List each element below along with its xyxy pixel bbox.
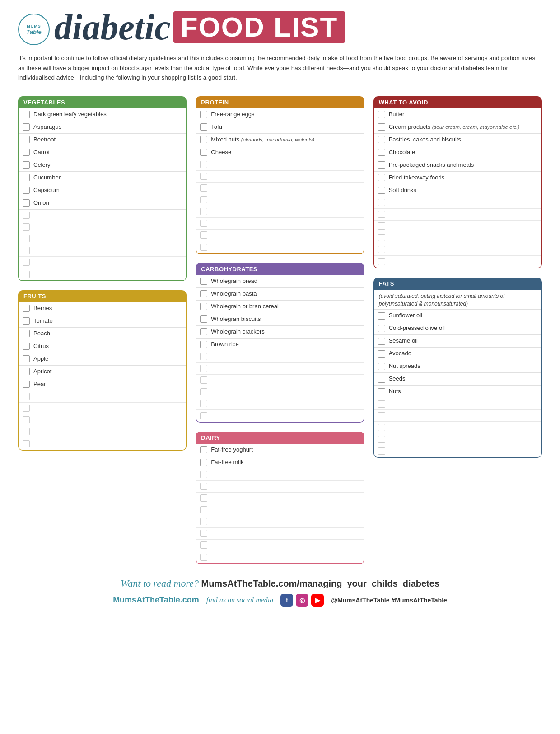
empty-checkbox[interactable] bbox=[378, 436, 385, 443]
empty-checkbox[interactable] bbox=[23, 393, 30, 400]
list-item[interactable]: Soft drinks bbox=[374, 184, 541, 197]
checkbox[interactable] bbox=[200, 341, 207, 348]
instagram-icon[interactable]: ◎ bbox=[296, 594, 308, 607]
empty-checkbox[interactable] bbox=[378, 211, 385, 218]
empty-checkbox[interactable] bbox=[200, 220, 207, 227]
empty-checkbox[interactable] bbox=[378, 234, 385, 241]
empty-checkbox[interactable] bbox=[200, 184, 207, 192]
empty-checkbox[interactable] bbox=[200, 208, 207, 215]
checkbox[interactable] bbox=[378, 161, 385, 169]
checkbox[interactable] bbox=[378, 376, 385, 383]
checkbox[interactable] bbox=[23, 199, 30, 207]
list-item[interactable]: Seeds bbox=[374, 373, 541, 386]
checkbox[interactable] bbox=[200, 149, 207, 156]
list-item[interactable]: Cream products (sour cream, cream, mayon… bbox=[374, 121, 541, 134]
checkbox[interactable] bbox=[23, 381, 30, 388]
list-item[interactable]: Tomato bbox=[19, 315, 186, 328]
checkbox[interactable] bbox=[23, 136, 30, 143]
checkbox[interactable] bbox=[200, 278, 207, 285]
checkbox[interactable] bbox=[378, 111, 385, 118]
empty-checkbox[interactable] bbox=[378, 258, 385, 265]
list-item[interactable]: Wholegrain or bran cereal bbox=[196, 301, 363, 313]
checkbox[interactable] bbox=[200, 459, 207, 466]
list-item[interactable]: Celery bbox=[19, 159, 186, 172]
list-item[interactable]: Asparagus bbox=[19, 121, 186, 134]
empty-checkbox[interactable] bbox=[23, 440, 30, 447]
empty-checkbox[interactable] bbox=[378, 246, 385, 253]
empty-checkbox[interactable] bbox=[200, 554, 207, 561]
list-item[interactable]: Peach bbox=[19, 328, 186, 340]
list-item[interactable]: Nuts bbox=[374, 386, 541, 398]
empty-checkbox[interactable] bbox=[378, 424, 385, 431]
list-item[interactable]: Cheese bbox=[196, 146, 363, 159]
list-item[interactable]: Fat-free milk bbox=[196, 456, 363, 469]
empty-checkbox[interactable] bbox=[200, 365, 207, 372]
list-item[interactable]: Cold-pressed olive oil bbox=[374, 322, 541, 335]
list-item[interactable]: Tofu bbox=[196, 121, 363, 134]
checkbox[interactable] bbox=[378, 136, 385, 143]
checkbox[interactable] bbox=[378, 123, 385, 131]
list-item[interactable]: Fat-free yoghurt bbox=[196, 444, 363, 456]
list-item[interactable]: Cucumber bbox=[19, 172, 186, 184]
empty-checkbox[interactable] bbox=[200, 506, 207, 513]
checkbox[interactable] bbox=[200, 315, 207, 323]
checkbox[interactable] bbox=[378, 388, 385, 395]
empty-checkbox[interactable] bbox=[23, 259, 30, 266]
checkbox[interactable] bbox=[23, 317, 30, 325]
checkbox[interactable] bbox=[378, 312, 385, 320]
empty-checkbox[interactable] bbox=[378, 412, 385, 419]
list-item[interactable]: Citrus bbox=[19, 340, 186, 353]
checkbox[interactable] bbox=[23, 343, 30, 350]
empty-checkbox[interactable] bbox=[378, 400, 385, 408]
list-item[interactable]: Wholegran biscuits bbox=[196, 313, 363, 326]
empty-checkbox[interactable] bbox=[200, 494, 207, 502]
checkbox[interactable] bbox=[378, 174, 385, 181]
empty-checkbox[interactable] bbox=[200, 471, 207, 478]
checkbox[interactable] bbox=[378, 363, 385, 370]
checkbox[interactable] bbox=[200, 328, 207, 335]
empty-checkbox[interactable] bbox=[200, 244, 207, 251]
list-item[interactable]: Butter bbox=[374, 108, 541, 121]
checkbox[interactable] bbox=[23, 149, 30, 156]
list-item[interactable]: Onion bbox=[19, 197, 186, 210]
checkbox[interactable] bbox=[200, 123, 207, 131]
checkbox[interactable] bbox=[23, 111, 30, 118]
empty-checkbox[interactable] bbox=[200, 400, 207, 407]
empty-checkbox[interactable] bbox=[200, 173, 207, 180]
list-item[interactable]: Wholegrain bread bbox=[196, 275, 363, 288]
empty-checkbox[interactable] bbox=[378, 447, 385, 455]
list-item[interactable]: Apricot bbox=[19, 366, 186, 378]
list-item[interactable]: Pre-packaged snacks and meals bbox=[374, 159, 541, 172]
checkbox[interactable] bbox=[378, 187, 385, 194]
empty-checkbox[interactable] bbox=[200, 196, 207, 203]
list-item[interactable]: Pear bbox=[19, 378, 186, 391]
checkbox[interactable] bbox=[200, 290, 207, 297]
empty-checkbox[interactable] bbox=[200, 518, 207, 525]
list-item[interactable]: Sesame oil bbox=[374, 335, 541, 348]
empty-checkbox[interactable] bbox=[200, 412, 207, 419]
list-item[interactable]: Brown rice bbox=[196, 339, 363, 351]
list-item[interactable]: Fried takeaway foods bbox=[374, 172, 541, 184]
empty-checkbox[interactable] bbox=[378, 222, 385, 230]
empty-checkbox[interactable] bbox=[200, 231, 207, 239]
empty-checkbox[interactable] bbox=[23, 405, 30, 412]
list-item[interactable]: Nut spreads bbox=[374, 360, 541, 373]
empty-checkbox[interactable] bbox=[200, 161, 207, 168]
empty-checkbox[interactable] bbox=[200, 353, 207, 360]
empty-checkbox[interactable] bbox=[23, 223, 30, 231]
list-item[interactable]: Free-range eggs bbox=[196, 108, 363, 121]
checkbox[interactable] bbox=[23, 161, 30, 169]
checkbox[interactable] bbox=[378, 350, 385, 358]
checkbox[interactable] bbox=[23, 368, 30, 375]
checkbox[interactable] bbox=[378, 325, 385, 332]
checkbox[interactable] bbox=[378, 149, 385, 156]
empty-checkbox[interactable] bbox=[378, 199, 385, 206]
empty-checkbox[interactable] bbox=[200, 388, 207, 395]
list-item[interactable]: Carrot bbox=[19, 146, 186, 159]
empty-checkbox[interactable] bbox=[200, 530, 207, 537]
empty-checkbox[interactable] bbox=[200, 483, 207, 490]
checkbox[interactable] bbox=[23, 123, 30, 131]
list-item[interactable]: Pastries, cakes and biscuits bbox=[374, 134, 541, 146]
list-item[interactable]: Sunflower oil bbox=[374, 310, 541, 322]
empty-checkbox[interactable] bbox=[23, 428, 30, 435]
